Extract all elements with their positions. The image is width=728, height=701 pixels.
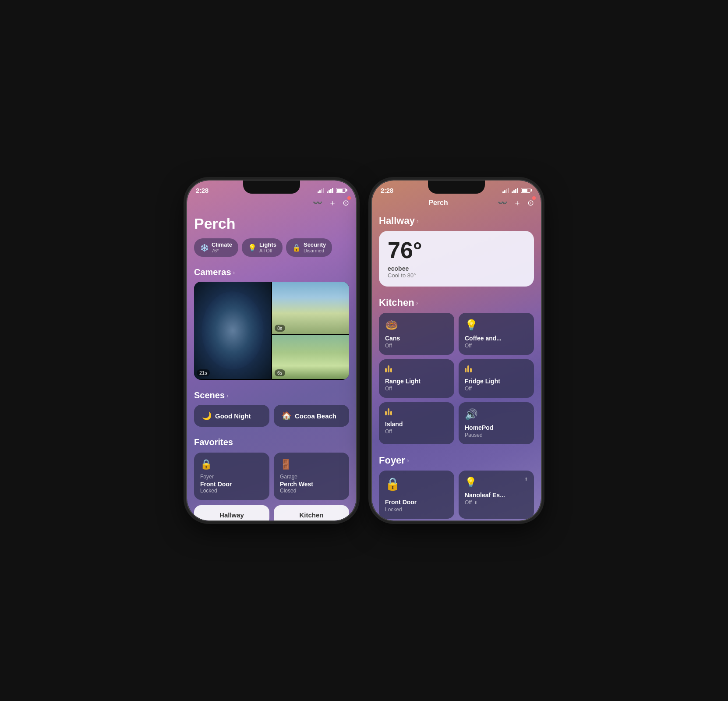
good-night-label: Good Night (215, 412, 251, 420)
foyer-title: Foyer (379, 455, 405, 466)
thermostat-card[interactable]: 76° ecobee Cool to 80° (379, 231, 534, 287)
coffee-name: Coffee and... (465, 335, 528, 342)
camera-3[interactable]: 6s (272, 335, 349, 379)
camera-2-timer: 8s (275, 325, 285, 332)
camera-1[interactable]: 21s (194, 282, 271, 379)
cans-icon: 🍩 (385, 319, 398, 331)
perch-west-favorite[interactable]: 🚪 Garage Perch West Closed (274, 453, 349, 500)
front-door-favorite[interactable]: 🔒 Foyer Front Door Locked (194, 453, 269, 500)
right-phone: 2:28 Perch (371, 180, 542, 521)
range-light-name: Range Light (385, 378, 448, 385)
foyer-grid: 🔒 Front Door Locked 💡 ⬆ Nanoleaf Es... O… (372, 471, 541, 520)
camera-2[interactable]: 8s (272, 282, 349, 334)
lights-label: Lights (259, 242, 276, 248)
kitchen-section-header[interactable]: Kitchen › (372, 294, 541, 313)
add-icon[interactable]: ＋ (329, 198, 336, 208)
lights-value: All Off (259, 248, 276, 253)
hallway-title: Hallway (379, 215, 415, 227)
fridge-light-name: Fridge Light (465, 378, 528, 385)
foyer-front-door[interactable]: 🔒 Front Door Locked (379, 471, 454, 519)
kitchen-pill-btn[interactable]: Kitchen (274, 505, 349, 520)
scenes-row: 🌙 Good Night 🏠 Cocoa Beach (187, 405, 356, 434)
kitchen-device-grid: 🍩 Cans Off 💡 Coffee and... Off (372, 313, 541, 451)
camera-1-timer: 21s (197, 369, 210, 376)
kitchen-chevron: › (416, 299, 418, 306)
security-value: Disarmed (304, 248, 326, 253)
perch-west-room: Garage (280, 474, 343, 480)
front-door-room: Foyer (200, 474, 263, 480)
battery-icon-right (521, 188, 532, 193)
wifi-icon (327, 188, 333, 193)
island-device[interactable]: Island Off (379, 402, 454, 444)
wifi-icon-right (512, 188, 518, 193)
homepod-status: Paused (465, 432, 528, 438)
thermo-mode: Cool to 80° (388, 272, 525, 279)
favorites-grid: 🔒 Foyer Front Door Locked 🚪 Garage Perch… (187, 453, 356, 505)
scenes-section-header[interactable]: Scenes › (187, 387, 356, 405)
top-nav-icons-right: 〰️ ＋ ⊙ (498, 198, 534, 208)
lights-pill[interactable]: 💡 Lights All Off (242, 238, 283, 257)
menu-icon-right[interactable]: ⊙ (527, 198, 534, 208)
top-nav-left: 〰️ ＋ ⊙ (187, 196, 356, 212)
thermo-brand: ecobee (388, 265, 525, 272)
range-light-icon (385, 365, 392, 372)
front-door-name: Front Door (200, 481, 263, 488)
status-time-right: 2:28 (381, 187, 393, 194)
perch-west-name: Perch West (280, 481, 343, 488)
homepod-device[interactable]: 🔊 HomePod Paused (459, 402, 534, 444)
climate-pill[interactable]: ❄️ Climate 76° (194, 238, 238, 257)
camera-grid: 21s 8s 6s 5 (194, 282, 349, 380)
top-nav-icons-left: 〰️ ＋ ⊙ (313, 198, 349, 208)
foyer-section-header[interactable]: Foyer › (372, 451, 541, 471)
cocoa-beach-scene[interactable]: 🏠 Cocoa Beach (274, 405, 349, 427)
good-night-icon: 🌙 (202, 411, 212, 421)
security-icon: 🔒 (292, 244, 301, 252)
lights-icon: 💡 (248, 244, 257, 252)
hallway-chevron: › (417, 217, 419, 224)
signal-icon-right (502, 188, 509, 193)
nanoleaf-device[interactable]: 💡 ⬆ Nanoleaf Es... Off ⬆ (459, 471, 534, 519)
perch-west-icon: 🚪 (280, 459, 292, 470)
cans-device[interactable]: 🍩 Cans Off (379, 313, 454, 355)
foyer-door-name: Front Door (385, 499, 448, 506)
hallway-section-header[interactable]: Hallway › (372, 212, 541, 231)
homepod-name: HomePod (465, 424, 528, 431)
foyer-door-status: Locked (385, 506, 448, 513)
home-title: Perch (187, 212, 356, 238)
foyer-chevron: › (407, 457, 409, 464)
nanoleaf-icon: 💡 (465, 477, 477, 488)
notification-badge-right (532, 196, 536, 200)
climate-icon: ❄️ (200, 244, 209, 252)
fridge-light-device[interactable]: Fridge Light Off (459, 359, 534, 398)
security-pill[interactable]: 🔒 Security Disarmed (286, 238, 332, 257)
waveform-icon[interactable]: 〰️ (313, 198, 322, 208)
coffee-device[interactable]: 💡 Coffee and... Off (459, 313, 534, 355)
top-nav-right: Perch 〰️ ＋ ⊙ (372, 196, 541, 212)
security-label: Security (304, 242, 326, 248)
notch-right (428, 181, 485, 194)
battery-icon (336, 188, 347, 193)
add-icon-right[interactable]: ＋ (513, 198, 521, 208)
signal-icon (318, 188, 324, 193)
hallway-pill-btn[interactable]: Hallway (194, 505, 269, 520)
waveform-icon-right[interactable]: 〰️ (498, 198, 507, 208)
fridge-light-icon (465, 365, 472, 372)
coffee-icon: 💡 (465, 319, 478, 331)
front-door-status: Locked (200, 488, 263, 494)
cans-name: Cans (385, 335, 448, 342)
cocoa-beach-icon: 🏠 (282, 411, 291, 421)
fridge-light-status: Off (465, 386, 528, 392)
menu-icon[interactable]: ⊙ (343, 198, 349, 208)
cameras-section-header[interactable]: Cameras › (187, 264, 356, 282)
camera-3-timer: 6s (275, 369, 285, 376)
nanoleaf-status: Off ⬆ (465, 499, 528, 506)
notification-badge (347, 196, 351, 200)
range-light-device[interactable]: Range Light Off (379, 359, 454, 398)
good-night-scene[interactable]: 🌙 Good Night (194, 405, 269, 427)
status-icons-left (318, 188, 347, 193)
room-pills-row: Hallway Kitchen (187, 505, 356, 520)
perch-west-status: Closed (280, 488, 343, 494)
scenes-chevron: › (226, 392, 229, 399)
island-name: Island (385, 421, 448, 428)
share-icon: ⬆ (524, 477, 528, 481)
